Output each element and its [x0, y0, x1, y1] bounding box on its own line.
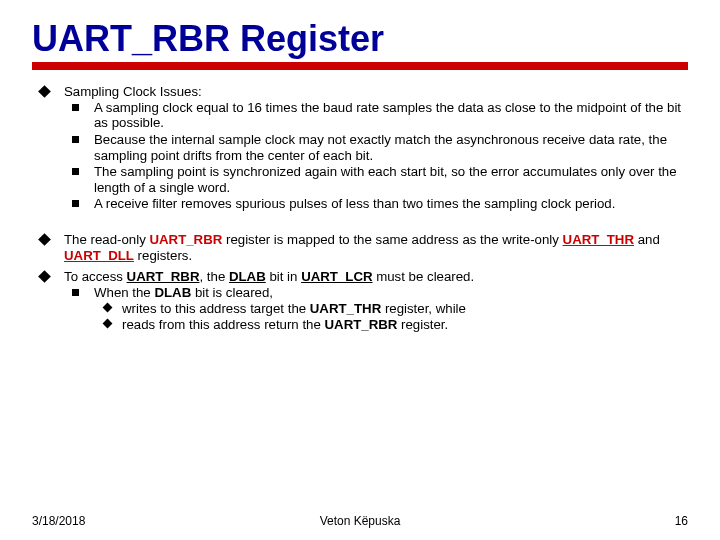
bullet-rich-text: To access UART_RBR, the DLAB bit in UART…	[64, 269, 474, 284]
sub-bullet-dlab: When the DLAB bit is cleared, writes to …	[64, 285, 688, 333]
title-rule	[32, 62, 688, 70]
footer-date: 3/18/2018	[32, 514, 85, 528]
bullet-list-lvl3: writes to this address target the UART_T…	[94, 301, 688, 333]
slide: UART_RBR Register Sampling Clock Issues:…	[0, 0, 720, 540]
bullet-readonly-mapping: The read-only UART_RBR register is mappe…	[32, 232, 688, 263]
footer-author: Veton Këpuska	[320, 514, 401, 528]
sub-sub-bullet: writes to this address target the UART_T…	[94, 301, 688, 317]
bullet-list-lvl1: Sampling Clock Issues: A sampling clock …	[32, 84, 688, 333]
slide-title: UART_RBR Register	[32, 18, 688, 60]
sub-bullet-text: A receive filter removes spurious pulses…	[94, 196, 615, 211]
sub-sub-bullet-rich-text: writes to this address target the UART_T…	[122, 301, 466, 316]
sub-bullet: The sampling point is synchronized again…	[64, 164, 688, 195]
bullet-text: Sampling Clock Issues:	[64, 84, 202, 99]
footer-page: 16	[675, 514, 688, 528]
slide-footer: 3/18/2018 Veton Këpuska 16	[32, 514, 688, 528]
bullet-access-dlab: To access UART_RBR, the DLAB bit in UART…	[32, 269, 688, 333]
bullet-rich-text: The read-only UART_RBR register is mappe…	[64, 232, 660, 263]
bullet-list-lvl2: When the DLAB bit is cleared, writes to …	[64, 285, 688, 333]
bullet-sampling-clock: Sampling Clock Issues: A sampling clock …	[32, 84, 688, 212]
sub-sub-bullet: reads from this address return the UART_…	[94, 317, 688, 333]
sub-bullet: Because the internal sample clock may no…	[64, 132, 688, 163]
sub-bullet-text: Because the internal sample clock may no…	[94, 132, 667, 163]
slide-body: Sampling Clock Issues: A sampling clock …	[32, 84, 688, 333]
bullet-list-lvl2: A sampling clock equal to 16 times the b…	[64, 100, 688, 212]
sub-bullet-text: The sampling point is synchronized again…	[94, 164, 677, 195]
sub-bullet: A sampling clock equal to 16 times the b…	[64, 100, 688, 131]
sub-bullet-rich-text: When the DLAB bit is cleared,	[94, 285, 273, 300]
sub-bullet-text: A sampling clock equal to 16 times the b…	[94, 100, 681, 131]
sub-sub-bullet-rich-text: reads from this address return the UART_…	[122, 317, 448, 332]
sub-bullet: A receive filter removes spurious pulses…	[64, 196, 688, 212]
